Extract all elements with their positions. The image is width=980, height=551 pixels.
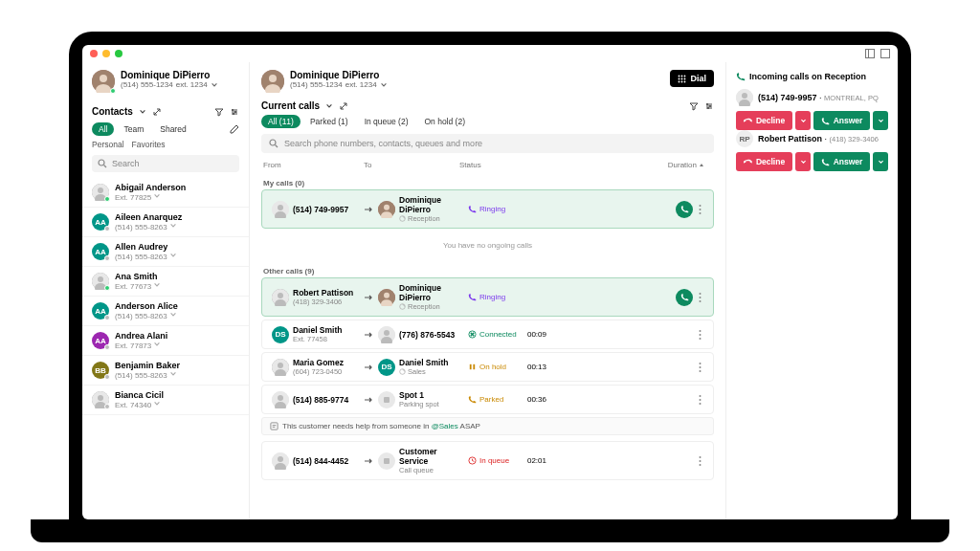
filter-icon[interactable] [214, 107, 224, 117]
answer-button[interactable]: Answer [813, 152, 870, 171]
contact-name: Andrea Alani [115, 331, 167, 341]
decline-icon [744, 158, 752, 166]
chevron-down-icon[interactable] [211, 81, 218, 89]
contacts-tab-shared[interactable]: Shared [153, 122, 192, 136]
more-button[interactable] [697, 329, 703, 341]
more-button[interactable] [697, 394, 703, 406]
contact-name: Anderson Alice [115, 301, 178, 311]
user-avatar[interactable] [92, 70, 115, 93]
answer-icon [821, 117, 830, 125]
user-avatar [261, 70, 284, 93]
answer-dropdown[interactable] [873, 152, 888, 171]
anon-avatar [378, 326, 395, 343]
call-status: Connected [468, 330, 518, 339]
decline-dropdown[interactable] [795, 111, 811, 130]
call-row[interactable]: DSDaniel SmithExt. 77458 (776) 876-5543 … [261, 320, 714, 349]
contact-item[interactable]: AA Allen Audrey (514) 555-8263 [82, 237, 249, 267]
contacts-tab-all[interactable]: All [92, 122, 114, 136]
callee-avatar: DS [378, 359, 395, 376]
user-name: Dominique DiPierro [121, 70, 239, 80]
svg-point-8 [233, 113, 234, 115]
call-row[interactable]: (514) 844-4452 Customer ServiceCall queu… [261, 441, 714, 480]
more-button[interactable] [697, 204, 703, 215]
svg-point-78 [700, 399, 702, 401]
svg-point-79 [700, 403, 702, 405]
contact-item[interactable]: Abigail Anderson Ext. 77825 [82, 178, 249, 208]
more-button[interactable] [697, 362, 703, 373]
arrow-right-icon [363, 394, 378, 406]
svg-point-77 [700, 395, 702, 397]
contacts-tab-personal[interactable]: Personal [92, 140, 124, 149]
contact-avatar: AA [92, 302, 109, 320]
answer-button[interactable] [676, 201, 693, 218]
caller-avatar [272, 359, 289, 376]
anon-avatar [736, 89, 753, 106]
contact-item[interactable]: Ana Smith Ext. 77673 [82, 267, 249, 297]
svg-point-70 [700, 363, 702, 364]
minimize-window-button[interactable] [102, 50, 110, 57]
call-status: Ringing [468, 293, 518, 301]
contact-item[interactable]: BB Benjamin Baker (514) 555-8263 [82, 356, 249, 386]
edit-icon[interactable] [230, 124, 239, 134]
svg-rect-84 [384, 458, 390, 464]
chevron-down-icon[interactable] [325, 102, 333, 110]
calls-tab[interactable]: All (11) [261, 115, 301, 128]
contact-item[interactable]: AA Anderson Alice (514) 555-8263 [82, 297, 249, 326]
svg-point-54 [700, 293, 702, 295]
svg-point-46 [700, 212, 702, 214]
filter-icon[interactable] [689, 101, 699, 111]
column-duration[interactable]: Duration [668, 161, 697, 169]
contact-item[interactable]: Bianca Cicil Ext. 74340 [82, 386, 249, 415]
more-button[interactable] [697, 455, 703, 467]
contact-sub: (514) 555-8263 [115, 311, 178, 320]
svg-point-62 [700, 334, 702, 336]
contact-sub: (514) 555-8263 [115, 252, 177, 261]
contact-name: Bianca Cicil [115, 390, 164, 400]
expand-icon[interactable] [339, 101, 348, 111]
answer-button[interactable] [676, 289, 693, 306]
call-row[interactable]: (514) 749-9957 Dominique DiPierroRecepti… [261, 189, 714, 229]
calls-tab[interactable]: Parked (1) [303, 115, 355, 128]
answer-dropdown[interactable] [873, 111, 888, 130]
answer-icon [821, 158, 830, 166]
call-row[interactable]: Maria Gomez(604) 723-0450 DSDaniel Smith… [261, 352, 714, 382]
svg-point-35 [270, 140, 276, 145]
svg-point-18 [98, 395, 103, 401]
contacts-tab-favorites[interactable]: Favorites [132, 140, 166, 149]
svg-rect-80 [271, 423, 278, 430]
svg-point-6 [232, 109, 234, 111]
decline-button[interactable]: Decline [736, 152, 792, 171]
caller-avatar: RP [736, 130, 753, 147]
calls-search[interactable]: Search phone numbers, contacts, queues a… [261, 134, 714, 153]
expand-icon[interactable] [152, 107, 162, 117]
contact-item[interactable]: AA Aileen Anarquez (514) 555-8263 [82, 208, 249, 237]
decline-dropdown[interactable] [795, 152, 811, 171]
svg-point-61 [700, 330, 702, 332]
panel-icon[interactable] [865, 49, 875, 58]
arrow-right-icon [363, 329, 378, 341]
call-status: Ringing [468, 205, 518, 213]
chevron-down-icon[interactable] [139, 108, 146, 116]
call-row[interactable]: Robert Pattison(418) 329-3406 Dominique … [261, 277, 714, 317]
contact-item[interactable]: AA Andrea Alani Ext. 77873 [82, 326, 249, 356]
settings-icon[interactable] [704, 101, 714, 111]
calls-tab[interactable]: On hold (2) [417, 115, 472, 128]
decline-button[interactable]: Decline [736, 111, 792, 130]
close-window-button[interactable] [90, 50, 98, 57]
settings-icon[interactable] [230, 107, 239, 117]
arrow-right-icon [363, 292, 378, 303]
calls-tab[interactable]: In queue (2) [358, 115, 415, 128]
svg-point-30 [681, 80, 683, 82]
sort-asc-icon [699, 163, 704, 168]
answer-button[interactable]: Answer [813, 111, 870, 130]
call-row[interactable]: (514) 885-9774 Spot 1Parking spot Parked… [261, 385, 714, 414]
svg-point-41 [384, 204, 390, 209]
contacts-search[interactable]: Search [92, 155, 239, 172]
contacts-tab-team[interactable]: Team [117, 122, 150, 136]
note-icon [270, 422, 278, 430]
chevron-down-icon[interactable] [380, 81, 388, 89]
dial-button[interactable]: Dial [670, 70, 714, 87]
expand-icon[interactable] [880, 49, 890, 58]
more-button[interactable] [697, 292, 703, 303]
maximize-window-button[interactable] [115, 50, 122, 57]
